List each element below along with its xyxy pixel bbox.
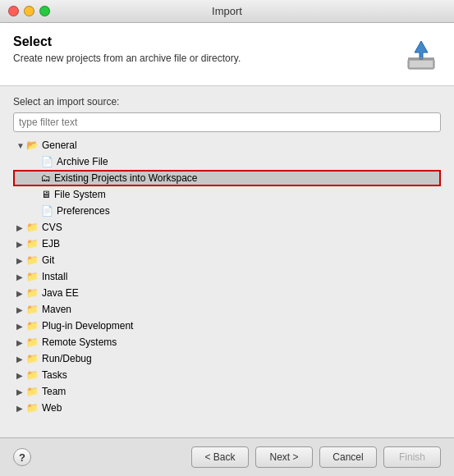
tree-item-label: Existing Projects into Workspace xyxy=(54,172,198,184)
back-button[interactable]: < Back xyxy=(191,446,249,468)
tree-item-icon: 📁 xyxy=(26,238,39,249)
tree-item-label: Tasks xyxy=(42,369,67,381)
tree-item-icon: 🖥 xyxy=(41,189,51,200)
tree-item-icon: 📂 xyxy=(26,140,39,151)
tree-item-preferences[interactable]: 📄Preferences xyxy=(13,203,441,219)
tree-item-icon: 📁 xyxy=(26,222,39,233)
tree-item-remote-systems[interactable]: ▶📁Remote Systems xyxy=(13,334,441,350)
tree-item-label: Run/Debug xyxy=(42,353,92,364)
tree-item-icon: 📁 xyxy=(26,336,39,348)
footer-buttons: < Back Next > Cancel Finish xyxy=(191,446,441,468)
dialog-body: Select Create new projects from an archi… xyxy=(0,23,454,476)
tree-item-git[interactable]: ▶📁Git xyxy=(13,252,441,268)
tree-item-cvs[interactable]: ▶📁CVS xyxy=(13,219,441,236)
cancel-button[interactable]: Cancel xyxy=(319,446,377,468)
tree-item-install[interactable]: ▶📁Install xyxy=(13,268,441,285)
toggle-icon: ▶ xyxy=(16,322,25,331)
toggle-icon: ▶ xyxy=(16,240,25,249)
toggle-icon: ▶ xyxy=(16,272,25,281)
toggle-icon: ▶ xyxy=(16,404,25,413)
close-button[interactable] xyxy=(8,6,19,16)
tree-item-label: Java EE xyxy=(42,287,79,299)
tree-container[interactable]: ▼📂General📄Archive File🗂Existing Projects… xyxy=(13,137,441,428)
content-section: Select an import source: ▼📂General📄Archi… xyxy=(0,86,454,437)
tree-item-label: EJB xyxy=(42,238,60,249)
svg-rect-1 xyxy=(410,61,433,67)
tree-item-java-ee[interactable]: ▶📁Java EE xyxy=(13,285,441,301)
tree-item-icon: 📄 xyxy=(41,205,53,217)
tree-item-plug-in-dev[interactable]: ▶📁Plug-in Development xyxy=(13,318,441,334)
tree-item-label: Team xyxy=(42,386,66,397)
source-label: Select an import source: xyxy=(13,96,441,108)
tree-item-maven[interactable]: ▶📁Maven xyxy=(13,301,441,318)
tree-item-label: Install xyxy=(42,271,67,282)
tree-item-label: Archive File xyxy=(57,156,108,167)
tree-item-team[interactable]: ▶📁Team xyxy=(13,383,441,400)
finish-button[interactable]: Finish xyxy=(383,446,441,468)
tree-item-icon: 📁 xyxy=(26,271,39,282)
toggle-icon: ▶ xyxy=(16,371,25,380)
tree-item-tasks[interactable]: ▶📁Tasks xyxy=(13,367,441,383)
next-button[interactable]: Next > xyxy=(255,446,313,468)
header-title: Select xyxy=(13,34,241,49)
tree-item-label: Remote Systems xyxy=(42,336,117,348)
minimize-button[interactable] xyxy=(24,6,34,16)
tree-item-label: CVS xyxy=(42,222,62,233)
tree-item-label: General xyxy=(42,140,77,151)
tree-item-icon: 📁 xyxy=(26,402,39,414)
tree-item-label: Preferences xyxy=(57,205,110,217)
toggle-icon: ▶ xyxy=(16,256,25,265)
toggle-icon: ▶ xyxy=(16,387,25,396)
tree-item-ejb[interactable]: ▶📁EJB xyxy=(13,236,441,252)
tree-item-label: Git xyxy=(42,254,54,266)
tree-item-label: Plug-in Development xyxy=(42,320,133,332)
tree-item-label: File System xyxy=(54,189,106,200)
tree-item-icon: 📁 xyxy=(26,254,39,266)
tree-item-general[interactable]: ▼📂General xyxy=(13,137,441,153)
toggle-icon: ▶ xyxy=(16,289,25,298)
svg-marker-2 xyxy=(415,41,428,59)
help-button[interactable]: ? xyxy=(13,448,31,466)
window-title: Import xyxy=(212,5,242,17)
tree-item-web[interactable]: ▶📁Web xyxy=(13,400,441,416)
toggle-icon: ▶ xyxy=(16,223,25,232)
toggle-icon: ▶ xyxy=(16,305,25,314)
tree-item-label: Web xyxy=(42,402,62,414)
header-text: Select Create new projects from an archi… xyxy=(13,34,241,64)
tree-item-icon: 📁 xyxy=(26,320,39,332)
tree-item-archive-file[interactable]: 📄Archive File xyxy=(13,153,441,170)
header-section: Select Create new projects from an archi… xyxy=(0,23,454,86)
tree-item-run-debug[interactable]: ▶📁Run/Debug xyxy=(13,350,441,367)
header-subtitle: Create new projects from an archive file… xyxy=(13,53,241,64)
tree-item-icon: 📁 xyxy=(26,369,39,381)
footer-left: ? xyxy=(13,448,31,466)
tree-item-label: Maven xyxy=(42,304,71,315)
tree-item-icon: 📁 xyxy=(26,386,39,397)
tree-item-icon: 📁 xyxy=(26,353,39,364)
toggle-icon: ▶ xyxy=(16,338,25,347)
footer-section: ? < Back Next > Cancel Finish xyxy=(0,437,454,476)
toggle-icon: ▼ xyxy=(16,141,25,150)
window-controls[interactable] xyxy=(8,6,50,16)
import-svg-icon xyxy=(403,36,439,72)
tree-item-file-system[interactable]: 🖥File System xyxy=(13,186,441,203)
title-bar: Import xyxy=(0,0,454,23)
tree-item-icon: 📁 xyxy=(26,304,39,315)
tree-item-icon: 🗂 xyxy=(41,172,51,184)
header-icon xyxy=(401,34,441,74)
tree-item-icon: 📁 xyxy=(26,287,39,299)
maximize-button[interactable] xyxy=(39,6,50,16)
tree-item-icon: 📄 xyxy=(41,156,53,167)
toggle-icon: ▶ xyxy=(16,355,25,364)
filter-input[interactable] xyxy=(13,112,441,132)
tree-item-existing-projects[interactable]: 🗂Existing Projects into Workspace xyxy=(13,170,441,186)
